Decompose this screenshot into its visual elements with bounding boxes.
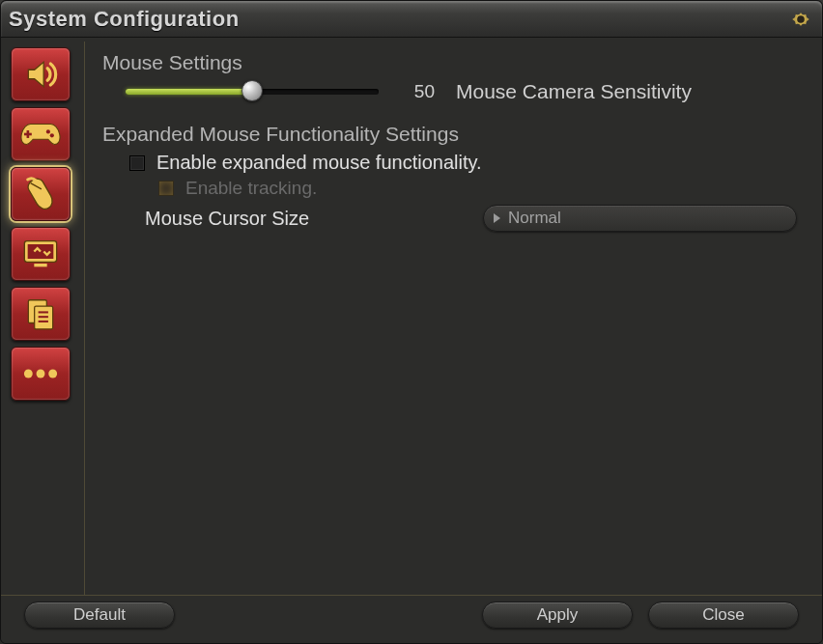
- sidebar-tab-gamepad[interactable]: [11, 107, 71, 161]
- sensitivity-slider[interactable]: [126, 82, 379, 101]
- cursor-size-value: Normal: [508, 209, 561, 228]
- sidebar-tab-display[interactable]: [11, 227, 71, 281]
- footer: Default Apply Close: [1, 595, 822, 643]
- window-title: System Configuration: [9, 7, 240, 32]
- expanded-heading: Expanded Mouse Functionality Settings: [102, 123, 797, 146]
- expanded-mouse-checkbox-row[interactable]: Enable expanded mouse functionality.: [102, 152, 797, 174]
- gamepad-icon: [20, 118, 61, 151]
- svg-point-4: [50, 133, 54, 137]
- dropdown-arrow-icon: [494, 213, 500, 223]
- enable-tracking-checkbox-row: Enable tracking.: [102, 178, 797, 199]
- svg-rect-8: [34, 264, 46, 266]
- svg-point-3: [46, 129, 50, 133]
- cursor-size-row: Mouse Cursor Size Normal: [102, 205, 797, 232]
- checkbox-icon: [158, 181, 174, 196]
- documents-icon: [22, 295, 59, 332]
- sidebar-tab-other[interactable]: [11, 347, 71, 401]
- sidebar-tab-sound[interactable]: [11, 47, 71, 101]
- svg-point-16: [48, 370, 57, 378]
- ellipsis-icon: [22, 364, 59, 383]
- apply-button[interactable]: Apply: [482, 602, 633, 629]
- cursor-size-dropdown[interactable]: Normal: [483, 205, 797, 232]
- mouse-icon: [21, 175, 60, 213]
- expanded-mouse-checkbox-label: Enable expanded mouse functionality.: [156, 152, 482, 174]
- default-button[interactable]: Default: [24, 602, 175, 629]
- mouse-settings-heading: Mouse Settings: [102, 51, 797, 74]
- titlebar: System Configuration: [1, 1, 822, 38]
- settings-gear-icon[interactable]: [787, 6, 814, 33]
- sidebar-tab-mouse[interactable]: [11, 167, 71, 221]
- checkbox-icon: [129, 155, 145, 171]
- window-body: Mouse Settings 50 Mouse Camera Sensitivi…: [1, 38, 822, 595]
- speaker-icon: [22, 56, 59, 93]
- sidebar-tab-clipboard[interactable]: [11, 287, 71, 341]
- cursor-size-label: Mouse Cursor Size: [145, 208, 483, 230]
- sidebar: [5, 42, 80, 595]
- svg-point-14: [24, 370, 33, 378]
- monitor-icon: [21, 237, 60, 271]
- svg-rect-2: [24, 133, 32, 136]
- sensitivity-row: 50 Mouse Camera Sensitivity: [102, 80, 797, 103]
- svg-point-0: [797, 15, 805, 23]
- settings-panel: Mouse Settings 50 Mouse Camera Sensitivi…: [85, 42, 818, 595]
- system-config-window: System Configuration: [0, 0, 823, 644]
- sensitivity-value: 50: [396, 81, 435, 102]
- sensitivity-label: Mouse Camera Sensitivity: [456, 80, 692, 103]
- svg-point-15: [37, 370, 45, 378]
- enable-tracking-checkbox-label: Enable tracking.: [185, 178, 317, 199]
- close-button[interactable]: Close: [648, 602, 799, 629]
